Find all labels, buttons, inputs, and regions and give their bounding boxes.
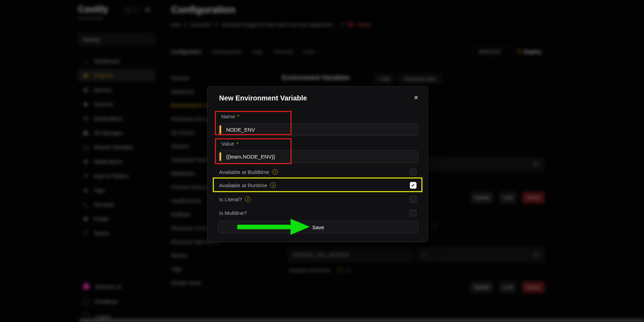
input-accent-bar	[219, 152, 221, 161]
multiline-checkbox[interactable]	[410, 210, 416, 216]
value-label: Value *	[221, 141, 238, 147]
name-input[interactable]: NODE_ENV	[218, 123, 418, 136]
info-icon[interactable]: i	[245, 196, 251, 202]
literal-checkbox[interactable]	[410, 196, 416, 203]
required-asterisk: *	[237, 113, 239, 119]
name-label: Name *	[221, 113, 239, 119]
close-icon[interactable]: ✕	[414, 94, 419, 102]
new-env-var-modal: New Environment Variable ✕ Name * NODE_E…	[207, 86, 428, 242]
runtime-row: Available at Runtime i ✓	[219, 181, 416, 189]
buildtime-checkbox[interactable]	[410, 169, 416, 175]
literal-row: Is Literal? i	[219, 195, 416, 203]
value-input-value: {{team.NODE_ENV}}	[218, 154, 275, 160]
buildtime-row: Available at Buildtime i	[219, 168, 416, 176]
info-icon[interactable]: i	[270, 182, 276, 188]
modal-title: New Environment Variable	[219, 94, 307, 102]
required-asterisk: *	[236, 141, 238, 147]
runtime-checkbox[interactable]: ✓	[410, 182, 416, 189]
input-accent-bar	[219, 125, 221, 134]
name-input-value: NODE_ENV	[218, 127, 255, 133]
save-button[interactable]: Save	[218, 221, 418, 233]
multiline-row: Is Multiline?	[219, 209, 416, 217]
info-icon[interactable]: i	[272, 169, 278, 175]
value-input[interactable]: {{team.NODE_ENV}}	[218, 150, 418, 163]
